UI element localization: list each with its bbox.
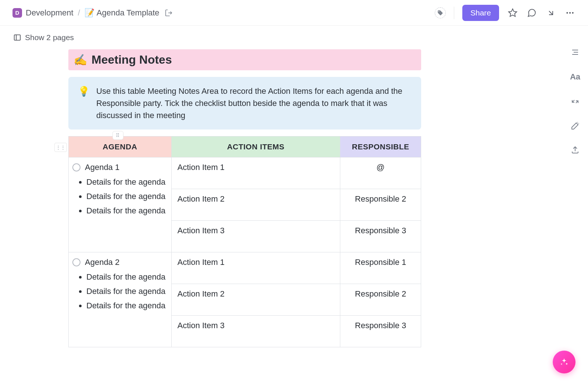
checkbox-circle[interactable] xyxy=(72,258,80,266)
breadcrumb-page-emoji: 📝 xyxy=(85,8,94,18)
action-item-cell[interactable]: Action Item 1 xyxy=(171,252,340,284)
list-item[interactable]: Details for the agenda xyxy=(86,190,166,202)
action-item-cell[interactable]: Action Item 3 xyxy=(171,316,340,347)
sparkle-icon xyxy=(560,358,569,366)
page-title-block[interactable]: ✍️ Meeting Notes xyxy=(68,49,421,70)
action-item-cell[interactable]: Action Item 2 xyxy=(171,189,340,221)
right-rail: Aa xyxy=(562,26,588,347)
list-item[interactable]: Details for the agenda xyxy=(86,176,166,188)
comment-icon[interactable] xyxy=(526,7,537,18)
meeting-notes-table: AGENDA ACTION ITEMS RESPONSIBLE Agenda 1 xyxy=(68,136,421,347)
list-item[interactable]: Details for the agenda xyxy=(86,205,166,217)
workspace-icon[interactable]: D xyxy=(12,8,22,18)
show-pages-toggle[interactable]: Show 2 pages xyxy=(13,33,562,42)
agenda-details-list: Details for the agenda Details for the a… xyxy=(86,271,166,312)
svg-rect-4 xyxy=(14,35,21,40)
topbar: D Development / 📝 Agenda Template Share xyxy=(0,0,588,26)
breadcrumb-separator: / xyxy=(78,8,80,18)
checkbox-circle[interactable] xyxy=(72,163,80,171)
svg-point-1 xyxy=(566,12,568,13)
divider xyxy=(454,7,454,19)
info-callout[interactable]: 💡 Use this table Meeting Notes Area to r… xyxy=(68,77,421,130)
share-button[interactable]: Share xyxy=(462,5,499,21)
outline-list-icon[interactable] xyxy=(571,48,580,57)
responsible-cell[interactable]: Responsible 3 xyxy=(340,316,421,347)
agenda-title: Agenda 2 xyxy=(85,258,119,267)
ai-assist-fab[interactable] xyxy=(553,351,576,373)
agenda-cell[interactable]: Agenda 1 Details for the agenda Details … xyxy=(69,157,172,252)
relations-arrows-icon[interactable] xyxy=(571,97,580,106)
list-item[interactable]: Details for the agenda xyxy=(86,299,166,312)
list-item[interactable]: Details for the agenda xyxy=(86,285,166,297)
action-item-cell[interactable]: Action Item 2 xyxy=(171,284,340,316)
svg-marker-0 xyxy=(509,9,517,17)
list-item[interactable]: Details for the agenda xyxy=(86,271,166,283)
svg-point-2 xyxy=(569,12,571,13)
sidebar-panel-icon xyxy=(13,33,21,42)
download-arrow-icon[interactable] xyxy=(545,7,556,18)
more-menu-icon[interactable] xyxy=(564,7,576,18)
responsible-cell[interactable]: Responsible 3 xyxy=(340,221,421,252)
agenda-details-list: Details for the agenda Details for the a… xyxy=(86,176,166,217)
breadcrumb-workspace[interactable]: Development xyxy=(26,8,74,18)
svg-point-3 xyxy=(572,12,573,13)
action-item-cell[interactable]: Action Item 1 xyxy=(171,157,340,189)
agenda-cell[interactable]: Agenda 2 Details for the agenda Details … xyxy=(69,252,172,347)
tag-icon[interactable] xyxy=(435,7,446,18)
show-pages-label: Show 2 pages xyxy=(25,33,74,42)
typography-icon[interactable]: Aa xyxy=(570,72,580,82)
responsible-cell[interactable]: Responsible 2 xyxy=(340,284,421,316)
page-title: Meeting Notes xyxy=(92,53,172,67)
favorite-star-icon[interactable] xyxy=(507,7,518,18)
external-link-icon[interactable] xyxy=(165,9,173,17)
export-upload-icon[interactable] xyxy=(571,146,580,155)
action-item-cell[interactable]: Action Item 3 xyxy=(171,221,340,252)
responsible-cell[interactable]: @ xyxy=(340,157,421,189)
breadcrumb-page[interactable]: Agenda Template xyxy=(97,8,159,18)
agenda-title: Agenda 1 xyxy=(85,163,119,172)
magic-wand-icon[interactable] xyxy=(571,121,580,130)
responsible-cell[interactable]: Responsible 1 xyxy=(340,252,421,284)
title-emoji-icon: ✍️ xyxy=(74,53,87,66)
column-header-action-items[interactable]: ACTION ITEMS xyxy=(171,136,340,157)
column-header-responsible[interactable]: RESPONSIBLE xyxy=(340,136,421,157)
topbar-actions: Share xyxy=(435,5,576,21)
callout-text: Use this table Meeting Notes Area to rec… xyxy=(96,85,412,121)
lightbulb-icon: 💡 xyxy=(78,86,90,121)
row-drag-handle-icon[interactable]: ⋮⋮ xyxy=(54,143,67,152)
responsible-cell[interactable]: Responsible 2 xyxy=(340,189,421,221)
column-drag-handle-icon[interactable]: ⠿ xyxy=(112,131,123,140)
